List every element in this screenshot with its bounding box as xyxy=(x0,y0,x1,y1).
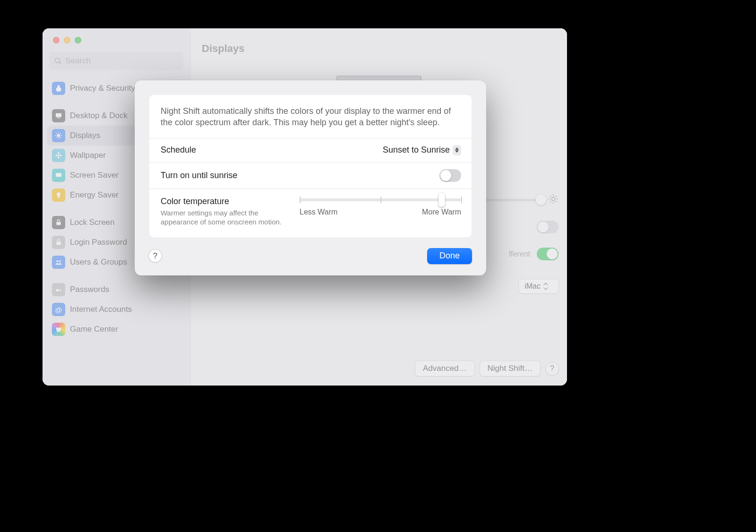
svg-point-13 xyxy=(58,154,60,156)
temp-slider[interactable] xyxy=(300,198,461,201)
sidebar-item-label: Desktop & Dock xyxy=(70,111,128,120)
play-sound-popup[interactable]: iMac xyxy=(519,279,558,293)
night-shift-button[interactable]: Night Shift… xyxy=(480,361,540,376)
svg-rect-21 xyxy=(56,242,60,245)
night-shift-sheet: Night Shift automatically shifts the col… xyxy=(135,80,486,275)
bulb-icon xyxy=(52,189,65,202)
temp-slider-block: Less Warm More Warm xyxy=(300,197,461,227)
page-title: Displays xyxy=(190,28,567,61)
sheet-body: Night Shift automatically shifts the col… xyxy=(149,94,472,238)
svg-point-24 xyxy=(56,289,59,292)
desktop-icon xyxy=(52,109,65,122)
button-label: Advanced… xyxy=(423,364,467,373)
sheet-footer: ? Done xyxy=(135,248,486,275)
sidebar-item-label: Internet Accounts xyxy=(70,305,132,314)
different-label-fragment: fferent xyxy=(509,250,530,258)
close-icon[interactable] xyxy=(53,37,60,43)
true-tone-toggle[interactable] xyxy=(537,248,558,260)
sidebar-item-label: Users & Groups xyxy=(70,257,127,267)
sidebar-item-internet-accounts[interactable]: @Internet Accounts xyxy=(47,300,185,319)
sheet-description: Night Shift automatically shifts the col… xyxy=(149,95,472,138)
hand-icon xyxy=(52,82,65,95)
color-temperature-row: Color temperature Warmer settings may af… xyxy=(149,189,472,237)
svg-line-1 xyxy=(60,62,61,64)
auto-brightness-toggle[interactable] xyxy=(537,221,558,233)
search-placeholder: Search xyxy=(65,56,91,66)
temp-label-block: Color temperature Warmer settings may af… xyxy=(161,197,288,227)
done-button[interactable]: Done xyxy=(427,248,472,264)
svg-line-39 xyxy=(556,196,556,196)
sidebar-item-label: Game Center xyxy=(70,325,118,334)
temp-slider-labels: Less Warm More Warm xyxy=(300,208,461,216)
chevron-updown-icon xyxy=(453,145,461,155)
gc-icon xyxy=(52,323,65,336)
manual-toggle[interactable] xyxy=(439,169,461,182)
brightness-icon xyxy=(548,194,558,206)
slider-knob[interactable] xyxy=(536,195,546,205)
zoom-icon[interactable] xyxy=(75,37,81,43)
svg-point-31 xyxy=(551,197,555,200)
schedule-popup[interactable]: Sunset to Sunrise xyxy=(383,145,461,155)
svg-rect-3 xyxy=(57,118,60,118)
help-button[interactable]: ? xyxy=(149,249,162,262)
sidebar-item-label: Displays xyxy=(70,131,100,140)
svg-point-17 xyxy=(60,154,62,156)
svg-line-37 xyxy=(556,201,556,202)
footer-buttons: Advanced… Night Shift… ? xyxy=(415,361,558,376)
minimize-icon[interactable] xyxy=(64,37,70,43)
schedule-label: Schedule xyxy=(161,145,196,155)
schedule-row: Schedule Sunset to Sunrise xyxy=(149,138,472,163)
help-button[interactable]: ? xyxy=(546,362,558,375)
chevron-updown-icon xyxy=(543,283,548,290)
svg-line-38 xyxy=(550,201,550,202)
temp-label: Color temperature xyxy=(161,197,288,206)
svg-point-22 xyxy=(56,260,58,262)
manual-label: Turn on until sunrise xyxy=(161,171,237,180)
help-icon: ? xyxy=(550,364,554,373)
svg-rect-18 xyxy=(56,173,61,177)
svg-point-4 xyxy=(57,134,60,137)
sidebar-item-game-center[interactable]: Game Center xyxy=(47,319,185,339)
popup-value: iMac xyxy=(524,282,541,291)
at-icon: @ xyxy=(52,303,65,316)
advanced-button[interactable]: Advanced… xyxy=(415,361,474,376)
lock-icon xyxy=(52,236,65,249)
sidebar-item-label: Login Password xyxy=(70,238,127,247)
svg-point-16 xyxy=(55,154,57,156)
flower-icon xyxy=(52,149,65,162)
temp-max-label: More Warm xyxy=(422,208,461,216)
sidebar-item-label: Energy Saver xyxy=(70,190,119,200)
sidebar-item-label: Screen Saver xyxy=(70,171,119,180)
manual-row: Turn on until sunrise xyxy=(149,163,472,189)
svg-point-30 xyxy=(58,329,60,332)
temp-min-label: Less Warm xyxy=(300,208,337,216)
screensaver-icon xyxy=(52,169,65,182)
svg-line-36 xyxy=(550,196,550,196)
key-icon xyxy=(52,283,65,296)
svg-point-14 xyxy=(58,152,60,154)
button-label: Done xyxy=(439,251,460,261)
users-icon xyxy=(52,256,65,269)
window-controls xyxy=(43,37,190,43)
sidebar-item-label: Passwords xyxy=(70,285,109,294)
svg-line-10 xyxy=(60,137,61,138)
schedule-value: Sunset to Sunrise xyxy=(383,145,450,155)
sidebar-item-label: Privacy & Security xyxy=(70,84,135,93)
svg-rect-19 xyxy=(58,197,60,198)
svg-line-12 xyxy=(60,133,61,134)
temp-sublabel: Warmer settings may affect the appearanc… xyxy=(161,208,288,227)
svg-line-9 xyxy=(56,133,57,134)
svg-rect-2 xyxy=(56,113,61,117)
svg-rect-20 xyxy=(56,222,60,225)
sidebar-item-label: Lock Screen xyxy=(70,218,115,227)
sidebar-item-passwords[interactable]: Passwords xyxy=(47,280,185,300)
help-icon: ? xyxy=(153,251,157,261)
button-label: Night Shift… xyxy=(488,364,533,373)
sidebar-item-label: Wallpaper xyxy=(70,151,106,160)
slider-knob[interactable] xyxy=(438,193,445,207)
search-input[interactable]: Search xyxy=(49,52,183,70)
svg-line-11 xyxy=(56,137,57,138)
svg-point-23 xyxy=(59,260,61,262)
lock-icon xyxy=(52,216,65,229)
svg-rect-26 xyxy=(60,290,61,292)
